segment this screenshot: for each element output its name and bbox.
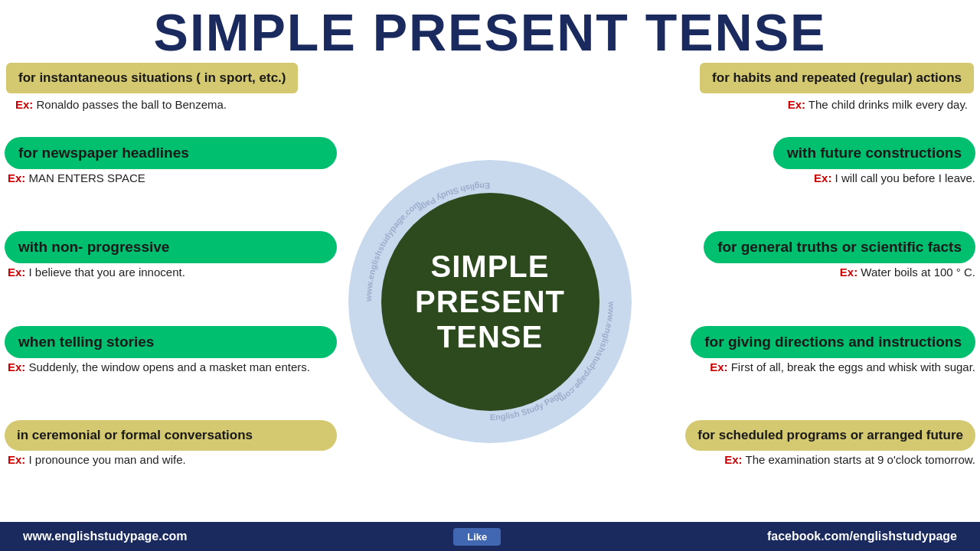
top-left-ex-label: Ex: [15,98,33,111]
outer-circle: www.englishstudypage.com www.englishstud… [348,160,632,443]
row4-left-ex-text: I pronounce you man and wife. [25,453,185,466]
top-left-ex-text: Ronaldo passes the ball to Benzema. [33,98,227,111]
row3-left-ex-label: Ex: [8,360,25,373]
row1-left-example: Ex: MAN ENTERS SPACE [5,171,337,184]
row4-right-label: for scheduled programs or arranged futur… [685,420,975,451]
row3-right-ex-label: Ex: [710,360,727,373]
row1-left-section: for newspaper headlines Ex: MAN ENTERS S… [5,137,337,184]
top-left-label-box: for instantaneous situations ( in sport,… [6,63,298,93]
right-column: with future constructions Ex: I will cal… [643,114,980,489]
row1-right-section: with future constructions Ex: I will cal… [773,137,975,184]
left-column: for newspaper headlines Ex: MAN ENTERS S… [0,114,337,489]
row3-left-ex-text: Suddenly, the window opens and a masket … [25,360,310,373]
page-title: SIMPLE PRESENT TENSE [0,0,980,61]
top-left-example: Ex: Ronaldo passes the ball to Benzema. [12,98,227,111]
inner-circle: SIMPLE PRESENT TENSE [381,193,599,411]
row1-left-label: for newspaper headlines [5,137,337,169]
top-right-ex-label: Ex: [788,98,805,111]
top-examples-row: Ex: Ronaldo passes the ball to Benzema. … [0,93,980,112]
row1-left-ex-label: Ex: [8,171,25,184]
row3-right-ex-text: First of all, break the eggs and whisk w… [728,360,976,373]
row2-right-section: for general truths or scientific facts E… [704,231,975,279]
row4-left-label: in ceremonial or formal conversations [5,420,337,451]
row4-right-section: for scheduled programs or arranged futur… [685,420,975,466]
row1-right-ex-text: I will call you before I leave. [831,171,975,184]
row3-right-example: Ex: First of all, break the eggs and whi… [707,360,975,373]
row2-left-ex-label: Ex: [8,266,25,279]
row2-right-label: for general truths or scientific facts [704,231,975,263]
row1-left-ex-text: MAN ENTERS SPACE [25,171,145,184]
footer-bar: www.englishstudypage.com Like facebook.c… [0,522,980,551]
footer-right-text: facebook.com/englishstudypage [767,530,957,543]
row2-right-ex-label: Ex: [840,266,858,279]
row3-left-label: when telling stories [5,326,337,358]
row4-right-ex-text: The examination starts at 9 o'clock tomo… [743,453,975,466]
like-button[interactable]: Like [453,528,501,546]
row1-right-example: Ex: I will call you before I leave. [811,171,975,184]
row2-left-example: Ex: I believe that you are innocent. [5,266,337,279]
top-right-ex-text: The child drinks milk every day. [805,98,968,111]
row1-right-ex-label: Ex: [814,171,831,184]
row2-right-ex-text: Water boils at 100 ° C. [858,266,975,279]
inner-circle-text: SIMPLE PRESENT TENSE [415,249,565,354]
top-right-example: Ex: The child drinks milk every day. [785,98,968,111]
row2-left-label: with non- progressive [5,231,337,263]
row3-right-label: for giving directions and instructions [691,326,975,358]
top-labels-row: for instantaneous situations ( in sport,… [0,61,980,93]
row4-left-ex-label: Ex: [8,453,25,466]
main-content-area: for newspaper headlines Ex: MAN ENTERS S… [0,114,980,489]
row2-left-section: with non- progressive Ex: I believe that… [5,231,337,279]
center-circle-container: www.englishstudypage.com www.englishstud… [348,160,632,443]
top-right-label-box: for habits and repeated (regular) action… [700,63,974,93]
row2-right-example: Ex: Water boils at 100 ° C. [837,266,975,279]
row3-left-section: when telling stories Ex: Suddenly, the w… [5,326,337,373]
row4-left-section: in ceremonial or formal conversations Ex… [5,420,337,466]
row2-left-ex-text: I believe that you are innocent. [25,266,185,279]
row4-right-ex-label: Ex: [724,453,742,466]
row3-right-section: for giving directions and instructions E… [691,326,975,373]
row3-left-example: Ex: Suddenly, the window opens and a mas… [5,360,337,373]
row4-left-example: Ex: I pronounce you man and wife. [5,453,337,466]
row1-right-label: with future constructions [773,137,975,169]
row4-right-example: Ex: The examination starts at 9 o'clock … [721,453,975,466]
page-wrapper: SIMPLE PRESENT TENSE for instantaneous s… [0,0,980,551]
footer-left-text: www.englishstudypage.com [23,530,188,543]
